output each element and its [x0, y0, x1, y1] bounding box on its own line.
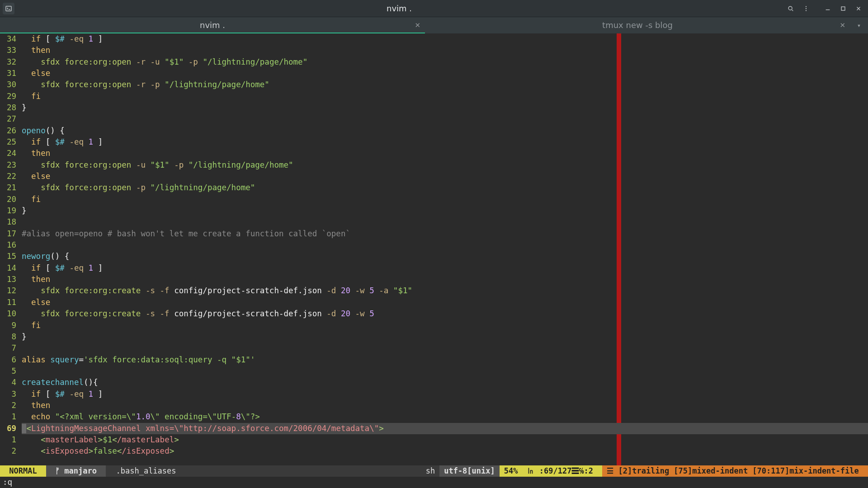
code-line[interactable]: if [ $# -eq 1 ]	[22, 263, 868, 274]
code-line[interactable]: echo "<?xml version=\"1.0\" encoding=\"U…	[22, 411, 868, 422]
terminal-app-icon	[3, 3, 14, 14]
window-close-button[interactable]	[852, 2, 865, 15]
line-number: 23	[0, 160, 22, 171]
code-line[interactable]: else	[22, 171, 868, 182]
line-number: 3	[0, 389, 22, 400]
code-line[interactable]	[22, 217, 868, 228]
line-number: 22	[0, 171, 22, 182]
line-number: 2	[0, 400, 22, 411]
svg-point-3	[806, 8, 807, 9]
code-line[interactable]: fi	[22, 194, 868, 205]
scroll-percent: 54%	[500, 465, 523, 477]
line-number: 25	[0, 136, 22, 148]
code-line[interactable]: }	[22, 331, 868, 343]
code-line[interactable]: then	[22, 400, 868, 411]
line-number: 5	[0, 366, 22, 377]
code-line[interactable]: fi	[22, 91, 868, 102]
code-line[interactable]: else	[22, 297, 868, 308]
line-number: 13	[0, 274, 22, 285]
line-number: 21	[0, 182, 22, 193]
code-line[interactable]: <LightningMessageChannel xmlns=\"http://…	[22, 423, 868, 434]
svg-point-2	[806, 6, 807, 7]
line-number: 4	[0, 377, 22, 388]
window-maximize-button[interactable]	[836, 2, 850, 15]
line-number: 15	[0, 251, 22, 263]
code-line[interactable]: alias squery='sfdx force:data:soql:query…	[22, 354, 868, 366]
search-button[interactable]	[784, 2, 797, 15]
code-line[interactable]: sfdx force:org:open -r -u "$1" -p "/ligh…	[22, 56, 868, 68]
code-line[interactable]: then	[22, 274, 868, 285]
line-number: 17	[0, 228, 22, 239]
whitespace-warnings: ☰ [2]trailing [75]mixed-indent [70:117]m…	[602, 465, 868, 477]
code-line[interactable]: if [ $# -eq 1 ]	[22, 389, 868, 400]
code-line[interactable]	[22, 343, 868, 354]
svg-rect-5	[841, 7, 845, 10]
code-line[interactable]: sfdx force:org:open -p "/lightning/page/…	[22, 182, 868, 193]
editor-viewport[interactable]: 3433323130292827262524232221201918171615…	[0, 33, 868, 465]
code-line[interactable]: openo() {	[22, 125, 868, 136]
code-area[interactable]: if [ $# -eq 1 ] then sfdx force:org:open…	[22, 33, 868, 465]
code-line[interactable]: <isExposed>false</isExposed>	[22, 446, 868, 457]
code-line[interactable]: sfdx force:org:open -r -p "/lightning/pa…	[22, 79, 868, 90]
line-number: 1	[0, 411, 22, 422]
terminal-tabs: nvim . ✕ tmux new -s blog ✕ ▾	[0, 17, 868, 33]
line-number: 6	[0, 354, 22, 366]
tab-tmux[interactable]: tmux new -s blog ✕	[425, 17, 850, 33]
code-line[interactable]	[22, 113, 868, 125]
code-line[interactable]: else	[22, 68, 868, 79]
code-line[interactable]: sfdx force:org:create -s -f config/proje…	[22, 308, 868, 319]
code-line[interactable]: if [ $# -eq 1 ]	[22, 136, 868, 148]
svg-rect-0	[6, 6, 11, 11]
line-number: 2	[0, 446, 22, 457]
git-branch: ᚠ manjaro	[46, 465, 106, 477]
tab-nvim[interactable]: nvim . ✕	[0, 17, 425, 33]
code-line[interactable]: sfdx force:org:open -u "$1" -p "/lightni…	[22, 160, 868, 171]
code-line[interactable]: }	[22, 205, 868, 216]
tab-label: tmux new -s blog	[602, 21, 673, 29]
line-number: 32	[0, 56, 22, 68]
line-number: 8	[0, 331, 22, 343]
filename: .bash_aliases	[106, 465, 180, 477]
window-titlebar: nvim .	[0, 0, 868, 17]
code-line[interactable]: }	[22, 102, 868, 113]
line-number: 20	[0, 194, 22, 205]
code-line[interactable]: <masterLabel>$1</masterLabel>	[22, 434, 868, 446]
tab-label: nvim .	[200, 21, 225, 29]
hamburger-menu-button[interactable]	[799, 2, 813, 15]
tabs-dropdown-icon[interactable]: ▾	[857, 22, 861, 28]
line-number: 1	[0, 434, 22, 446]
line-number: 28	[0, 102, 22, 113]
statusline: NORMAL ᚠ manjaro .bash_aliases sh utf-8[…	[0, 465, 868, 477]
svg-point-1	[788, 6, 792, 10]
line-number: 16	[0, 239, 22, 251]
line-number: 11	[0, 297, 22, 308]
line-number: 12	[0, 286, 22, 297]
code-line[interactable]: fi	[22, 320, 868, 331]
code-line[interactable]: then	[22, 148, 868, 159]
line-number: 24	[0, 148, 22, 159]
command-line[interactable]: :q	[0, 477, 868, 488]
code-line[interactable]: sfdx force:org:create -s -f config/proje…	[22, 286, 868, 297]
code-line[interactable]	[22, 366, 868, 377]
code-line[interactable]: #alias open=openo # bash won't let me cr…	[22, 228, 868, 239]
mode-indicator: NORMAL	[0, 465, 46, 477]
code-line[interactable]: then	[22, 45, 868, 56]
line-number: 34	[0, 33, 22, 45]
code-line[interactable]: if [ $# -eq 1 ]	[22, 33, 868, 45]
window-minimize-button[interactable]	[821, 2, 835, 15]
line-number: 19	[0, 205, 22, 216]
statusline-spacer	[181, 465, 421, 477]
code-line[interactable]: createchannel(){	[22, 377, 868, 388]
cursor-position: ㏑ :69/127☰℅:2	[522, 465, 602, 477]
window-title: nvim .	[14, 5, 784, 13]
tab-close-icon[interactable]: ✕	[840, 22, 845, 29]
line-number: 29	[0, 91, 22, 102]
line-number: 18	[0, 217, 22, 228]
code-line[interactable]	[22, 239, 868, 251]
code-line[interactable]: neworg() {	[22, 251, 868, 263]
line-number: 7	[0, 343, 22, 354]
line-number: 26	[0, 125, 22, 136]
filetype: sh	[421, 465, 439, 477]
line-number: 30	[0, 79, 22, 90]
tab-close-icon[interactable]: ✕	[415, 22, 420, 29]
